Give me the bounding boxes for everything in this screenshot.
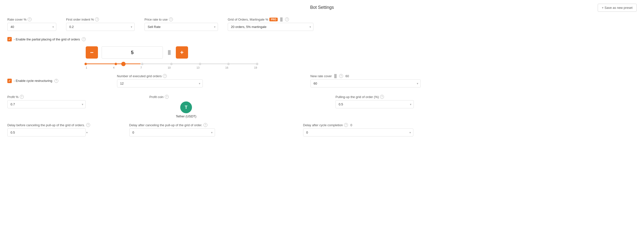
profit-pct-select-wrapper: 0.7 0.5 1.0 1.5 2.0 [7,100,86,108]
delay-after-label: Delay after canceling the pull-up of the… [129,123,215,127]
num-executed-select-wrapper: 12 5 8 10 15 20 [117,79,203,88]
delay-before-field: Delay before canceling the pull-up of th… [7,123,90,136]
num-executed-field: Number of executed grid orders ? 12 5 8 … [117,74,203,88]
slider-tick-1[interactable] [84,63,87,65]
enable-cycle-help-icon[interactable]: ? [54,79,58,83]
rate-cover-label: Rate cover % ? [7,18,56,21]
profit-pct-help-icon[interactable]: ? [20,95,24,99]
slider-section: − 5 ▐▌ + [86,46,637,69]
enable-partial-help-icon[interactable]: ? [82,37,86,41]
usdt-name: Tether (USDT) [176,114,196,118]
page-container: Bot Settings + Save as new preset Rate c… [0,0,644,249]
delay-after-select-wrapper: 0 0.5 1 2 [129,128,215,136]
profit-row: Profit % ? 0.7 0.5 1.0 1.5 2.0 Profit co… [7,95,637,118]
rate-cover-help-icon[interactable]: ? [28,18,32,21]
slider-tick-16[interactable] [227,63,230,65]
delay-before-help-icon[interactable]: ? [86,123,90,127]
grid-orders-help-icon[interactable]: ? [285,18,289,21]
enable-cycle-checkbox[interactable] [7,79,12,83]
profit-pct-select[interactable]: 0.7 0.5 1.0 1.5 2.0 [7,100,86,108]
delay-before-select-wrapper: 0.5 0 1 2 [7,128,90,136]
delay-cycle-field: Delay after cycle completion ? 0 0 1 2 5 [303,123,413,136]
profit-coin-field: Profit coin ? T Tether (USDT) [149,95,223,118]
delay-before-label: Delay before canceling the pull-up of th… [7,123,90,127]
delay-after-help-icon[interactable]: ? [204,123,208,127]
delay-cycle-label: Delay after cycle completion ? 0 [303,123,413,127]
slider-minus-button[interactable]: − [86,46,98,59]
slider-controls-row: − 5 ▐▌ + [86,46,188,59]
first-order-label: First order indent % ? [66,18,135,21]
rate-cover-select[interactable]: 40 20 30 50 60 [7,23,56,31]
slider-tick-13[interactable] [199,63,201,65]
page-title: Bot Settings [7,5,637,10]
slider-tick-7[interactable] [141,63,144,65]
new-rate-cover-value: 60 [346,74,349,78]
delay-cycle-help-icon[interactable]: ? [344,123,348,127]
slider-thumb[interactable] [121,62,126,66]
rate-cover-select-wrapper: 40 20 30 50 60 [7,23,56,31]
first-order-select[interactable]: 0.2 0.1 0.3 0.5 [66,23,135,31]
enable-cycle-row: - Enable cycle restructuring ? [7,79,58,83]
delay-row: Delay before canceling the pull-up of th… [7,123,637,136]
slider-label-16: 16 [225,66,228,69]
pro-badge: PRO [269,18,278,21]
slider-label-7: 7 [140,66,142,69]
slider-label-4: 4 [113,66,114,69]
new-rate-cover-label: New rate cover ▐▌ ? 60 [310,74,421,78]
slider-label-10: 10 [168,66,171,69]
first-order-field: First order indent % ? 0.2 0.1 0.3 0.5 [66,18,135,31]
mid-row: - Enable cycle restructuring ? Number of… [7,74,637,88]
price-rate-field: Price rate to use ? Sell Rate Buy Rate L… [144,18,218,31]
save-preset-button[interactable]: + Save as new preset [598,4,637,12]
usdt-icon: T [180,101,192,113]
num-executed-label: Number of executed grid orders ? [117,74,203,78]
delay-after-field: Delay after canceling the pull-up of the… [129,123,215,136]
num-executed-help-icon[interactable]: ? [163,74,167,78]
num-executed-select[interactable]: 12 5 8 10 15 20 [117,79,203,88]
slider-tick-10[interactable] [170,63,173,65]
slider-plus-button[interactable]: + [176,46,188,59]
pulling-up-help-icon[interactable]: ? [380,95,384,99]
new-rate-cover-select[interactable]: 60 40 50 70 80 [310,79,421,88]
price-rate-select[interactable]: Sell Rate Buy Rate Last Rate [144,23,218,31]
enable-partial-row: - Enable the partial placing of the grid… [7,37,637,42]
slider-label-1: 1 [86,66,87,69]
price-rate-help-icon[interactable]: ? [169,18,173,21]
delay-after-select[interactable]: 0 0.5 1 2 [129,128,215,136]
delay-cycle-select-wrapper: 0 1 2 5 [303,128,413,136]
new-rate-cover-bars-icon: ▐▌ [333,74,338,78]
pulling-up-select-wrapper: 0.5 0.1 0.2 1.0 [336,100,414,108]
top-fields-row: Rate cover % ? 40 20 30 50 60 First orde… [7,18,637,31]
grid-orders-select[interactable]: 20 orders, 5% martingale 10 orders, 3% m… [228,23,314,31]
delay-before-select[interactable]: 0.5 0 1 2 [7,128,86,136]
grid-orders-select-wrapper: 20 orders, 5% martingale 10 orders, 3% m… [228,23,314,31]
slider-track[interactable] [86,64,257,64]
slider-tick-4[interactable] [114,63,117,65]
pulling-up-label: Pulling-up the grid of order (%) ? [336,95,414,99]
pulling-up-select[interactable]: 0.5 0.1 0.2 1.0 [336,100,414,108]
slider-labels: 1 4 7 10 13 16 19 [86,66,257,69]
price-rate-select-wrapper: Sell Rate Buy Rate Last Rate [144,23,218,31]
new-rate-cover-select-wrapper: 60 40 50 70 80 [310,79,421,88]
profit-pct-label: Profit % ? [7,95,86,99]
rate-cover-field: Rate cover % ? 40 20 30 50 60 [7,18,56,31]
profit-coin-help-icon[interactable]: ? [165,95,169,99]
first-order-help-icon[interactable]: ? [95,18,99,21]
new-rate-cover-help-icon[interactable]: ? [339,74,343,78]
delay-cycle-select[interactable]: 0 1 2 5 [303,128,413,136]
slider-bars-icon: ▐▌ [166,50,172,55]
page-header: Bot Settings + Save as new preset [7,5,637,10]
pulling-up-field: Pulling-up the grid of order (%) ? 0.5 0… [336,95,414,108]
price-rate-label: Price rate to use ? [144,18,218,21]
first-order-select-wrapper: 0.2 0.1 0.3 0.5 [66,23,135,31]
profit-coin-label: Profit coin ? [149,95,223,99]
delay-cycle-value: 0 [350,123,352,127]
profit-coin-display: T Tether (USDT) [149,101,223,118]
slider-tick-19[interactable] [256,63,258,65]
profit-pct-field: Profit % ? 0.7 0.5 1.0 1.5 2.0 [7,95,86,108]
bars-chart-icon: ▐▌ [279,18,284,21]
slider-label-19: 19 [254,66,257,69]
enable-partial-checkbox[interactable] [7,37,12,42]
slider-value-box: 5 [102,46,163,59]
new-rate-cover-field: New rate cover ▐▌ ? 60 60 40 50 70 80 [310,74,421,88]
